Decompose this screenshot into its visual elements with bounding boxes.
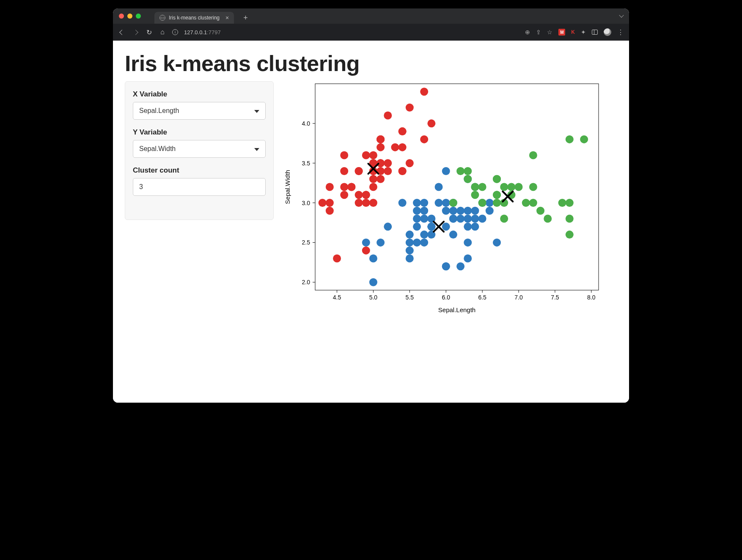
svg-point-108 — [442, 207, 450, 215]
svg-point-150 — [500, 183, 508, 191]
svg-text:6.5: 6.5 — [478, 294, 486, 301]
new-tab-button[interactable]: + — [243, 14, 248, 22]
xvar-select[interactable]: Sepal.Length — [133, 102, 266, 120]
svg-point-77 — [427, 119, 435, 127]
yvar-select[interactable]: Sepal.Width — [133, 140, 266, 158]
svg-point-73 — [406, 159, 414, 167]
svg-point-52 — [369, 183, 377, 191]
globe-icon — [159, 15, 165, 21]
plot-output: 4.55.05.56.06.57.07.58.02.02.53.03.54.0S… — [282, 81, 617, 318]
svg-point-80 — [369, 278, 377, 286]
tab-title: Iris k-means clustering — [169, 15, 220, 21]
svg-point-72 — [398, 167, 407, 175]
svg-text:2.0: 2.0 — [302, 279, 311, 285]
cluster-count-input[interactable] — [133, 178, 266, 196]
svg-point-96 — [420, 215, 428, 223]
svg-point-92 — [413, 222, 421, 231]
window-close-icon[interactable] — [119, 14, 124, 19]
window-titlebar: Iris k-means clustering × + — [113, 8, 629, 24]
svg-point-122 — [464, 222, 472, 231]
svg-point-166 — [580, 135, 588, 143]
svg-point-40 — [355, 199, 363, 207]
caret-down-icon — [254, 145, 259, 153]
svg-point-65 — [384, 167, 392, 175]
svg-point-164 — [566, 215, 574, 223]
svg-point-133 — [493, 239, 501, 247]
svg-rect-0 — [315, 84, 599, 290]
svg-point-125 — [471, 207, 479, 215]
svg-point-157 — [529, 199, 537, 207]
svg-text:Sepal.Width: Sepal.Width — [284, 170, 291, 204]
svg-text:4.5: 4.5 — [333, 294, 341, 301]
svg-point-36 — [340, 191, 348, 199]
svg-point-71 — [398, 127, 407, 135]
svg-point-47 — [362, 151, 370, 159]
svg-point-160 — [544, 215, 552, 223]
tab-overflow-icon[interactable] — [620, 13, 623, 19]
bookmark-icon[interactable] — [547, 28, 552, 36]
svg-point-121 — [464, 239, 472, 247]
address-bar[interactable]: 127.0.0.1:7797 — [184, 29, 221, 36]
svg-point-64 — [384, 159, 392, 167]
window-minimize-icon[interactable] — [127, 14, 132, 19]
svg-text:5.0: 5.0 — [369, 294, 378, 301]
svg-point-97 — [420, 207, 428, 215]
sidebar-panel: X Variable Sepal.Length Y Variable Sepal… — [125, 81, 274, 220]
svg-point-63 — [376, 135, 385, 143]
svg-point-74 — [406, 104, 414, 112]
svg-point-39 — [347, 183, 355, 191]
svg-point-93 — [413, 215, 421, 223]
back-button[interactable] — [118, 28, 126, 36]
svg-point-95 — [420, 231, 428, 239]
svg-point-94 — [420, 199, 428, 207]
browser-toolbar: i 127.0.0.1:7797 M K — [113, 24, 629, 41]
side-panel-icon[interactable] — [592, 30, 598, 35]
home-button[interactable] — [159, 28, 166, 36]
extensions-icon[interactable] — [581, 28, 586, 36]
svg-point-137 — [464, 167, 472, 175]
svg-point-51 — [369, 199, 377, 207]
svg-point-135 — [449, 199, 457, 207]
page-content: Iris k-means clustering X Variable Sepal… — [113, 41, 629, 403]
svg-point-146 — [493, 175, 501, 183]
extension-k-icon[interactable]: K — [571, 29, 575, 35]
scatter-chart: 4.55.05.56.06.57.07.58.02.02.53.03.54.0S… — [282, 81, 604, 318]
svg-point-88 — [406, 231, 414, 239]
svg-point-32 — [326, 207, 334, 215]
svg-point-140 — [471, 183, 479, 191]
reload-button[interactable] — [145, 28, 153, 36]
zoom-icon[interactable] — [525, 28, 530, 36]
svg-point-134 — [464, 207, 472, 215]
share-icon[interactable] — [536, 28, 541, 36]
svg-point-78 — [362, 247, 370, 255]
svg-point-152 — [507, 183, 515, 191]
window-zoom-icon[interactable] — [136, 14, 141, 19]
svg-text:7.5: 7.5 — [551, 294, 559, 301]
svg-point-89 — [413, 239, 421, 247]
caret-down-icon — [254, 107, 259, 115]
page-title: Iris k-means clustering — [125, 51, 617, 76]
svg-point-141 — [478, 183, 486, 191]
svg-point-158 — [529, 151, 537, 159]
browser-menu-icon[interactable] — [617, 28, 624, 36]
svg-point-148 — [500, 215, 508, 223]
svg-point-58 — [376, 143, 385, 151]
profile-avatar-icon[interactable] — [604, 28, 611, 36]
svg-point-132 — [486, 199, 494, 207]
tab-close-icon[interactable]: × — [225, 15, 229, 21]
svg-point-129 — [478, 215, 486, 223]
svg-point-41 — [355, 191, 363, 199]
svg-point-131 — [486, 207, 494, 215]
svg-point-76 — [420, 88, 428, 96]
svg-point-107 — [442, 222, 450, 231]
browser-tab[interactable]: Iris k-means clustering × — [154, 12, 234, 24]
extension-m-icon[interactable]: M — [558, 29, 565, 36]
site-info-icon[interactable]: i — [172, 29, 178, 35]
svg-text:2.5: 2.5 — [302, 239, 311, 246]
svg-point-119 — [456, 207, 464, 215]
svg-text:6.0: 6.0 — [442, 294, 450, 301]
svg-point-84 — [398, 199, 407, 207]
svg-point-127 — [471, 215, 479, 223]
svg-point-147 — [493, 191, 501, 199]
xvar-label: X Variable — [133, 90, 266, 99]
